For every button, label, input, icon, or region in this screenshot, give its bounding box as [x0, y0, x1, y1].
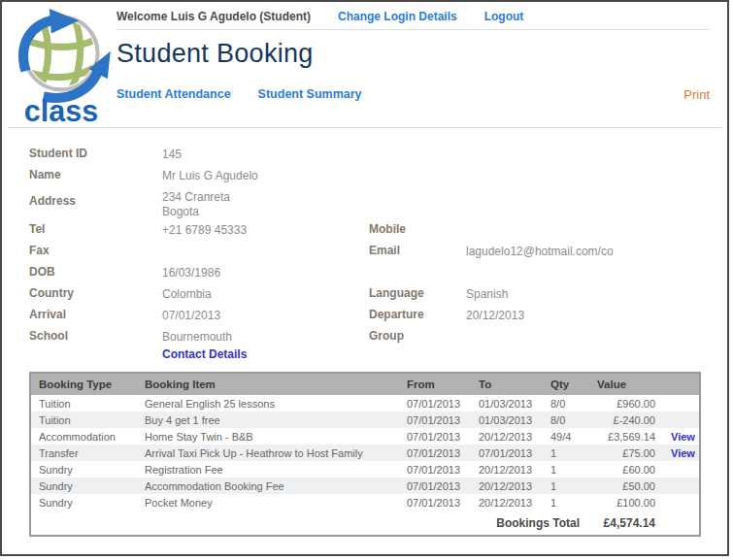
table-row: Tuition General English 25 lessons 07/01… [30, 395, 700, 412]
page-nav: Student Attendance Student Summary Print [117, 87, 710, 101]
table-row: Tuition Buy 4 get 1 free 07/01/2013 01/0… [30, 412, 700, 428]
country-value: Colombia [162, 283, 369, 301]
table-row: Sundry Accommodation Booking Fee 07/01/2… [30, 478, 700, 494]
cell-to: 07/01/2013 [471, 445, 543, 461]
col-value: Value [589, 373, 663, 395]
cell-value: £50.00 [589, 478, 663, 494]
cell-view: View [663, 428, 700, 445]
cell-view [663, 478, 700, 494]
cell-item: Registration Fee [137, 461, 399, 478]
header-divider [117, 29, 710, 30]
cell-from: 07/01/2013 [399, 494, 471, 511]
name-value: Mr Luis G Agudelo [162, 165, 369, 182]
page-title: Student Booking [117, 39, 710, 69]
col-view [663, 373, 700, 395]
bookings-table-wrap: Booking Type Booking Item From To Qty Va… [29, 372, 700, 537]
change-login-details-link[interactable]: Change Login Details [338, 10, 457, 23]
bookings-table: Booking Type Booking Item From To Qty Va… [29, 372, 701, 537]
col-from: From [399, 373, 471, 395]
cell-value: £75.00 [589, 445, 663, 461]
cell-item: General English 25 lessons [137, 395, 399, 412]
cell-view: View [663, 445, 700, 461]
cell-value: £3,569.14 [589, 428, 663, 445]
cell-item: Home Stay Twin - B&B [137, 428, 399, 445]
departure-label: Departure [369, 305, 466, 321]
arrival-value: 07/01/2013 [162, 305, 369, 322]
arrival-label: Arrival [29, 305, 162, 321]
col-to: To [471, 373, 543, 395]
cell-to: 20/12/2013 [471, 428, 543, 445]
name-label: Name [29, 165, 162, 181]
country-label: Country [29, 283, 162, 300]
page-frame: class Welcome Luis G Agudelo (Student) C… [0, 0, 729, 556]
cell-type: Transfer [30, 445, 137, 461]
bookings-total-label: Bookings Total [30, 511, 589, 536]
cell-view [663, 395, 700, 412]
cell-qty: 1 [543, 478, 589, 494]
cell-from: 07/01/2013 [399, 478, 471, 494]
col-booking-item: Booking Item [137, 373, 399, 395]
school-value: Bournemouth [162, 326, 369, 344]
cell-value: £60.00 [589, 461, 663, 478]
cell-type: Accommodation [30, 428, 137, 445]
student-attendance-link[interactable]: Student Attendance [117, 87, 231, 101]
table-row: Sundry Pocket Money 07/01/2013 20/12/201… [30, 494, 700, 511]
cell-from: 07/01/2013 [399, 395, 471, 412]
address-label: Address [29, 186, 162, 208]
fax-value [162, 241, 369, 245]
cell-from: 07/01/2013 [399, 412, 471, 428]
cell-from: 07/01/2013 [399, 428, 471, 445]
tel-label: Tel [29, 219, 162, 236]
student-details: Student ID 145 Name Mr Luis G Agudelo Ad… [2, 128, 727, 362]
cell-value: £-240.00 [589, 412, 663, 428]
cell-to: 01/03/2013 [471, 412, 543, 428]
view-link[interactable]: View [671, 447, 695, 459]
col-qty: Qty [543, 373, 589, 395]
cell-type: Sundry [30, 494, 137, 511]
cell-view [663, 412, 700, 428]
student-summary-link[interactable]: Student Summary [258, 87, 362, 101]
cell-view-empty [663, 511, 700, 536]
address-line1: 234 Cranreta [162, 186, 369, 204]
cell-from: 07/01/2013 [399, 461, 471, 478]
contact-details-link[interactable]: Contact Details [162, 347, 247, 361]
cell-type: Sundry [30, 461, 137, 478]
bookings-total-value: £4,574.14 [589, 511, 663, 536]
cell-qty: 49/4 [543, 428, 589, 445]
cell-qty: 1 [543, 494, 589, 511]
table-row: Transfer Arrival Taxi Pick Up - Heathrow… [30, 445, 700, 461]
cell-type: Tuition [30, 395, 137, 412]
email-value: lagudelo12@hotmail.com/co [466, 241, 700, 258]
class-logo-icon: class [10, 6, 113, 126]
cell-qty: 8/0 [543, 395, 589, 412]
school-label: School [29, 326, 162, 343]
cell-type: Sundry [30, 478, 137, 494]
cell-to: 01/03/2013 [471, 395, 543, 412]
group-value [466, 326, 700, 330]
fax-label: Fax [29, 241, 162, 257]
cell-qty: 8/0 [543, 412, 589, 428]
cell-value: £960.00 [589, 395, 663, 412]
cell-item: Arrival Taxi Pick Up - Heathrow to Host … [137, 445, 399, 461]
view-link[interactable]: View [671, 431, 695, 443]
departure-value: 20/12/2013 [466, 305, 700, 322]
table-header-row: Booking Type Booking Item From To Qty Va… [30, 373, 700, 395]
student-id-label: Student ID [29, 144, 162, 160]
student-id-value: 145 [162, 144, 369, 161]
cell-value: £100.00 [589, 494, 663, 511]
table-row: Accommodation Home Stay Twin - B&B 07/01… [30, 428, 700, 445]
address-line2: Bogota [162, 204, 369, 218]
bookings-total-row: Bookings Total £4,574.14 [30, 511, 700, 536]
print-link[interactable]: Print [683, 87, 710, 102]
logout-link[interactable]: Logout [484, 10, 524, 23]
cell-qty: 1 [543, 445, 589, 461]
school-value-group: Bournemouth Contact Details [162, 326, 369, 362]
header: Welcome Luis G Agudelo (Student) Change … [117, 2, 727, 101]
cell-to: 20/12/2013 [471, 478, 543, 494]
email-label: Email [369, 241, 466, 257]
cell-from: 07/01/2013 [399, 445, 471, 461]
cell-view [663, 494, 700, 511]
dob-label: DOB [29, 262, 162, 279]
language-label: Language [369, 283, 466, 300]
cell-to: 20/12/2013 [471, 461, 543, 478]
